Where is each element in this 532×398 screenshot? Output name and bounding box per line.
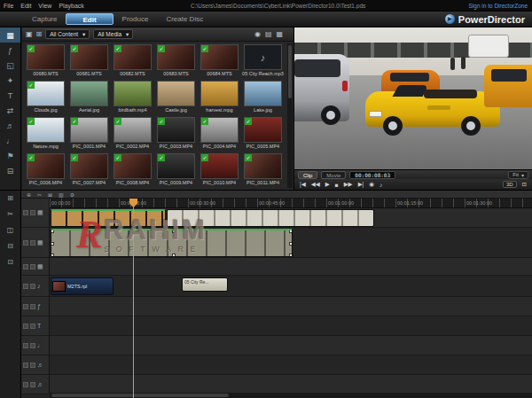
grid-view-icon[interactable]: ▦ <box>276 30 283 38</box>
pip-room-icon[interactable]: ◱ <box>0 58 20 73</box>
media-item[interactable]: ✓ Clouds.jpg <box>24 80 67 116</box>
menu-view[interactable]: View <box>35 3 55 9</box>
media-item[interactable]: ✓ PIC_0006.MP4 <box>24 152 67 189</box>
media-item[interactable]: ✓ 00681.MTS <box>67 43 111 80</box>
track-header-fx[interactable]: ƒ <box>21 297 49 316</box>
track-lock-toggle[interactable] <box>30 284 35 289</box>
track-lock-toggle[interactable] <box>30 240 35 246</box>
track-header-voice[interactable]: ♩ <box>21 336 49 355</box>
media-item[interactable]: ✓ PIC_0004.MP4 <box>198 116 241 152</box>
track-enable-toggle[interactable] <box>23 382 28 387</box>
track-enable-toggle[interactable] <box>23 264 28 269</box>
remove-icon[interactable]: ⊟ <box>7 242 13 250</box>
video-clip-selected[interactable] <box>51 229 293 257</box>
import-media-icon[interactable]: ⊞ <box>36 30 43 38</box>
library-scrollbar[interactable] <box>287 43 293 188</box>
track-enable-toggle[interactable] <box>23 363 28 368</box>
track-header-music2[interactable]: ♬ <box>21 375 49 394</box>
play-button[interactable]: ▶ <box>325 181 330 188</box>
media-item[interactable]: ✓ 00684.MTS <box>198 43 241 80</box>
media-item[interactable]: ✓ PIC_0009.MP4 <box>154 152 198 189</box>
track-header-video1[interactable]: ▦ <box>21 199 49 228</box>
filmstrip-view-icon[interactable]: ▤ <box>265 30 272 38</box>
video-clip-city-2[interactable] <box>167 209 374 227</box>
add-icon[interactable]: ⊕ <box>27 191 31 198</box>
media-item[interactable]: ✓ 00682.MTS <box>111 43 154 80</box>
delete-icon[interactable]: ⊠ <box>48 191 52 198</box>
track-header-title[interactable]: T <box>21 316 49 336</box>
media-item[interactable]: ✓ PIC_0008.MP4 <box>111 152 154 189</box>
timecode-display[interactable]: 00:00:08:03 <box>349 171 395 179</box>
media-item[interactable]: ✓ Nature.mpg <box>24 116 67 152</box>
track-header-video2[interactable]: ▦ <box>21 228 49 258</box>
snapshot-button[interactable]: ◉ <box>369 181 374 188</box>
audio-mix-room-icon[interactable]: ♬ <box>0 118 20 133</box>
tab-produce[interactable]: Produce <box>113 13 158 25</box>
content-filter-dropdown[interactable]: All Content ▾ <box>45 29 90 39</box>
music-clip[interactable]: 05 City Re... <box>182 277 228 292</box>
media-item[interactable]: Aerial.jpg <box>67 80 111 116</box>
track-header-video3[interactable]: ▦ <box>21 258 49 276</box>
zoom-icon[interactable]: ⊡ <box>7 258 13 266</box>
track-lock-toggle[interactable] <box>30 343 35 348</box>
track-enable-toggle[interactable] <box>23 284 28 289</box>
clip-mode-button[interactable]: Clip <box>298 171 317 179</box>
media-item[interactable]: ✓ PIC_0001.MP4 <box>67 116 111 152</box>
timeline-hscrollbar[interactable] <box>50 393 532 398</box>
media-item[interactable]: ✓ PIC_0010.MP4 <box>198 152 241 189</box>
media-item[interactable]: ✓ 00680.MTS <box>24 43 67 80</box>
folder-icon[interactable]: ▣ <box>26 30 33 38</box>
media-item[interactable]: Lake.jpg <box>241 80 285 116</box>
track-enable-toggle[interactable] <box>23 324 28 329</box>
movie-mode-button[interactable]: Movie <box>321 171 346 179</box>
next-button[interactable]: ▶| <box>358 181 364 188</box>
range-select-icon[interactable]: ◫ <box>7 226 14 234</box>
particle-room-icon[interactable]: ✦ <box>0 73 20 88</box>
forward-button[interactable]: ▶▶ <box>344 181 353 188</box>
media-item[interactable]: ✓ 00683.MTS <box>154 43 198 80</box>
split-icon[interactable]: ✂ <box>7 210 13 218</box>
preview-zoom-dropdown[interactable]: Fit ▾ <box>508 171 528 179</box>
media-item[interactable]: ✓ PIC_0002.MP4 <box>111 116 154 152</box>
track-lock-toggle[interactable] <box>30 304 35 309</box>
media-item[interactable]: ✓ PIC_0007.MP4 <box>67 152 111 189</box>
media-filter-dropdown[interactable]: All Media ▾ <box>93 29 133 39</box>
tracks-icon[interactable]: ▥ <box>59 191 64 198</box>
track-header-music1[interactable]: ♬ <box>21 355 49 375</box>
media-item[interactable]: Castle.jpg <box>154 80 198 116</box>
menu-file[interactable]: File <box>0 3 17 9</box>
track-enable-toggle[interactable] <box>23 304 28 309</box>
3d-toggle-button[interactable]: 3D <box>503 181 517 188</box>
media-item[interactable]: ✓ PIC_0005.MP4 <box>241 116 285 152</box>
audio-clip[interactable]: M2TS.rpl <box>51 277 113 295</box>
stop-button[interactable]: ■ <box>335 182 339 188</box>
gear-icon[interactable]: ⚙ <box>70 191 74 198</box>
capture-icon[interactable]: ◉ <box>254 30 261 38</box>
media-item[interactable]: harvest.mpg <box>198 80 241 116</box>
menu-edit[interactable]: Edit <box>17 3 35 9</box>
volume-button[interactable]: ♪ <box>379 182 382 188</box>
scissors-icon[interactable]: ✂ <box>37 191 42 198</box>
track-lock-toggle[interactable] <box>30 363 35 368</box>
media-item[interactable]: ✓ PIC_0003.MP4 <box>154 116 198 152</box>
rewind-button[interactable]: ◀◀ <box>311 181 320 188</box>
track-lock-toggle[interactable] <box>30 210 35 215</box>
effects-room-icon[interactable]: ƒ <box>0 43 20 58</box>
signin-link[interactable]: Sign in to DirectorZone <box>469 3 528 9</box>
track-lock-toggle[interactable] <box>30 264 35 269</box>
track-enable-toggle[interactable] <box>23 210 28 215</box>
title-room-icon[interactable]: T <box>0 88 20 103</box>
track-header-audio[interactable]: ♪ <box>21 276 49 297</box>
transition-room-icon[interactable]: ⇄ <box>0 103 20 118</box>
track-manager-icon[interactable]: ⊞ <box>7 194 13 202</box>
track-enable-toggle[interactable] <box>23 240 28 246</box>
media-room-icon[interactable]: ▦ <box>0 27 20 43</box>
menu-playback[interactable]: Playback <box>55 3 87 9</box>
media-item[interactable]: birdbath.mp4 <box>111 80 154 116</box>
video-clip-city[interactable] <box>51 209 166 227</box>
subtitle-room-icon[interactable]: ⊟ <box>0 163 20 178</box>
tab-capture[interactable]: Capture <box>23 13 66 25</box>
media-item[interactable]: ✓ PIC_0011.MP4 <box>241 152 285 189</box>
voiceover-room-icon[interactable]: ♩ <box>0 133 20 148</box>
track-enable-toggle[interactable] <box>23 343 28 348</box>
